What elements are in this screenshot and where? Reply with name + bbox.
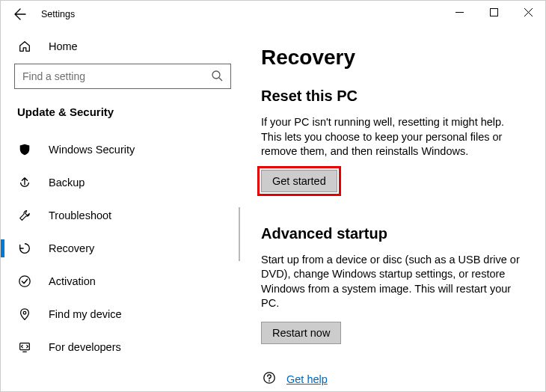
sidebar-scrollbar[interactable] bbox=[239, 207, 240, 261]
search-icon bbox=[211, 70, 223, 84]
sidebar-item-label: Find my device bbox=[49, 308, 122, 320]
sidebar-item-activation[interactable]: Activation bbox=[14, 265, 231, 298]
check-circle-icon bbox=[17, 275, 32, 288]
sidebar-item-backup[interactable]: Backup bbox=[14, 166, 231, 199]
help-row: Get help bbox=[263, 371, 328, 387]
titlebar: Settings bbox=[1, 1, 545, 28]
help-icon bbox=[263, 371, 276, 387]
shield-icon bbox=[17, 143, 32, 156]
sidebar-item-label: Activation bbox=[49, 275, 96, 287]
close-icon bbox=[524, 8, 533, 16]
home-icon bbox=[17, 40, 32, 53]
page-heading: Recovery bbox=[261, 46, 524, 70]
reset-pc-description: If your PC isn't running well, resetting… bbox=[261, 115, 524, 159]
svg-point-4 bbox=[212, 71, 220, 79]
window-controls bbox=[442, 1, 545, 23]
get-started-button[interactable]: Get started bbox=[261, 170, 337, 192]
window-title: Settings bbox=[41, 9, 75, 19]
sidebar-item-find-my-device[interactable]: Find my device bbox=[14, 298, 231, 331]
svg-point-11 bbox=[269, 380, 270, 382]
sidebar: Home Update & Security Windows Security … bbox=[1, 28, 240, 391]
search-box[interactable] bbox=[14, 64, 231, 89]
minimize-button[interactable] bbox=[442, 1, 476, 23]
sidebar-item-label: Backup bbox=[49, 177, 85, 189]
home-label: Home bbox=[49, 40, 78, 52]
home-link[interactable]: Home bbox=[14, 35, 231, 59]
search-input[interactable] bbox=[22, 70, 211, 82]
maximize-button[interactable] bbox=[476, 1, 511, 23]
main-content: Recovery Reset this PC If your PC isn't … bbox=[240, 28, 545, 391]
close-button[interactable] bbox=[511, 1, 545, 23]
sidebar-item-label: Troubleshoot bbox=[49, 209, 111, 221]
sidebar-item-label: For developers bbox=[49, 341, 121, 353]
sidebar-item-troubleshoot[interactable]: Troubleshoot bbox=[14, 199, 231, 232]
advanced-startup-description: Start up from a device or disc (such as … bbox=[261, 253, 524, 311]
svg-point-7 bbox=[23, 311, 26, 314]
recovery-icon bbox=[17, 242, 32, 255]
sidebar-item-for-developers[interactable]: For developers bbox=[14, 331, 231, 364]
developer-icon bbox=[17, 340, 32, 354]
sidebar-item-label: Windows Security bbox=[49, 144, 135, 156]
nav-list: Windows Security Backup Troubleshoot Rec… bbox=[14, 133, 231, 364]
wrench-icon bbox=[17, 209, 32, 222]
back-button[interactable] bbox=[10, 4, 31, 25]
maximize-icon bbox=[490, 8, 498, 16]
backup-icon bbox=[17, 176, 32, 189]
sidebar-item-recovery[interactable]: Recovery bbox=[14, 232, 231, 265]
restart-now-button[interactable]: Restart now bbox=[261, 322, 341, 344]
sidebar-item-windows-security[interactable]: Windows Security bbox=[14, 133, 231, 166]
svg-rect-1 bbox=[490, 8, 497, 16]
advanced-startup-title: Advanced startup bbox=[261, 225, 524, 242]
minimize-icon bbox=[455, 8, 464, 16]
arrow-left-icon bbox=[14, 8, 26, 20]
section-title: Update & Security bbox=[14, 105, 231, 118]
get-help-link[interactable]: Get help bbox=[286, 373, 328, 385]
svg-point-6 bbox=[19, 276, 30, 287]
svg-line-5 bbox=[219, 78, 222, 81]
reset-pc-title: Reset this PC bbox=[261, 88, 524, 105]
sidebar-item-label: Recovery bbox=[49, 242, 94, 254]
location-icon bbox=[17, 307, 32, 321]
